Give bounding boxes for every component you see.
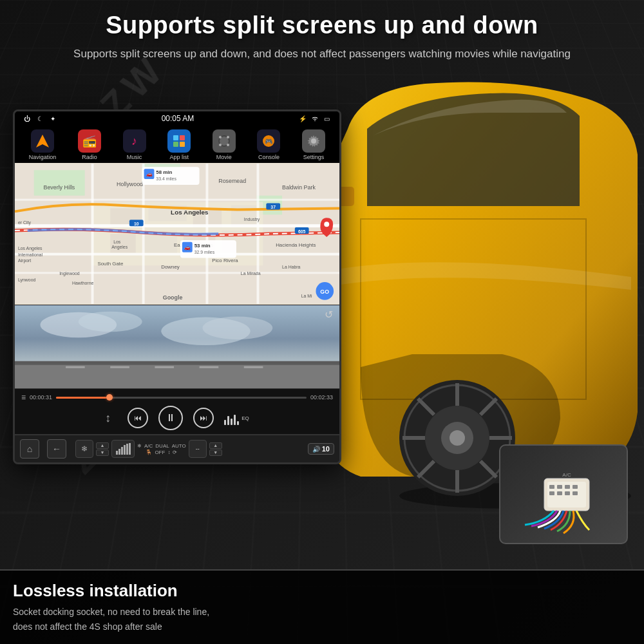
progress-dot[interactable] [106, 394, 113, 401]
svg-marker-26 [36, 135, 49, 147]
svg-rect-117 [116, 451, 118, 455]
status-left: ⏻ ☾ ✦ [23, 114, 57, 123]
svg-text:Rosemead: Rosemead [218, 178, 246, 184]
progress-bar-area: ≡ 00:00:31 00:02:33 [21, 393, 333, 402]
replay-icon[interactable]: ↺ [325, 308, 333, 321]
svg-point-36 [227, 144, 229, 146]
svg-text:Hacienda Heights: Hacienda Heights [276, 242, 316, 248]
app-icon-music[interactable]: ♪ Music [123, 129, 146, 160]
hvac-temp-display: -- [189, 440, 207, 458]
app-icon-applist[interactable]: App list [167, 129, 191, 160]
svg-text:Angeles: Angeles [111, 245, 128, 250]
progress-fill [56, 397, 106, 399]
svg-text:53 min: 53 min [194, 243, 211, 249]
hvac-fan-button[interactable]: ❄ [75, 440, 93, 458]
svg-point-109 [203, 317, 273, 340]
svg-rect-115 [200, 366, 219, 368]
volume-display[interactable]: 🔊 10 [308, 443, 334, 455]
svg-text:33.4 miles: 33.4 miles [156, 176, 176, 181]
svg-text:37: 37 [270, 205, 276, 209]
sub-title: Supports split screens up and down, and … [0, 46, 644, 62]
svg-rect-112 [66, 366, 85, 368]
hvac-fan-level[interactable] [111, 440, 135, 458]
svg-rect-122 [129, 443, 131, 455]
progress-track[interactable] [56, 397, 307, 399]
settings-label: Settings [303, 154, 325, 160]
ac-icon: ❄ [137, 443, 142, 449]
svg-text:La Mi: La Mi [301, 294, 312, 298]
svg-point-104 [324, 222, 329, 227]
svg-text:58 min: 58 min [156, 169, 172, 175]
video-player-area[interactable]: ↺ [15, 305, 339, 388]
svg-rect-113 [110, 366, 129, 368]
svg-text:Beverly Hills: Beverly Hills [43, 184, 75, 191]
player-controls: ≡ 00:00:31 00:02:33 ↕ ⏮ ⏸ ⏭ [15, 388, 339, 434]
svg-text:Inglewood: Inglewood [59, 271, 80, 276]
bottom-text: Socket docking socket, no need to break … [13, 605, 631, 634]
battery-icon: ▭ [323, 114, 332, 123]
svg-text:Industry: Industry [244, 217, 260, 222]
prev-button[interactable]: ⏮ [128, 408, 148, 428]
app-icon-radio[interactable]: 📻 Radio [78, 129, 101, 160]
title-section: Supports split screens up and down Suppo… [0, 0, 644, 62]
device-mockup: ⏻ ☾ ✦ 00:05 AM ⚡ ▭ Navigation [13, 109, 341, 464]
app-icon-settings[interactable]: Settings [302, 129, 325, 160]
volume-icon: 🔊 [312, 446, 320, 453]
app-icons-row[interactable]: Navigation 📻 Radio ♪ Music [15, 126, 339, 163]
auto-label: AUTO [172, 443, 186, 449]
temp-down-right-button[interactable]: ▼ [209, 450, 222, 456]
total-time: 00:02:33 [310, 394, 333, 401]
svg-text:🎮: 🎮 [265, 137, 273, 146]
shuffle-button[interactable]: ↕ [105, 412, 111, 425]
svg-rect-29 [173, 142, 178, 147]
status-time: 00:05 AM [162, 114, 194, 123]
temp-down-button[interactable]: ▼ [96, 450, 109, 456]
svg-text:South Gate: South Gate [97, 261, 124, 267]
svg-text:GO: GO [320, 289, 329, 295]
nav-label: Navigation [29, 154, 57, 160]
svg-text:10: 10 [134, 222, 139, 226]
home-button[interactable]: ⌂ [20, 439, 39, 459]
svg-rect-116 [244, 366, 263, 368]
temp-up-right-button[interactable]: ▲ [209, 442, 222, 449]
svg-text:Hollywood: Hollywood [117, 181, 143, 187]
map-area[interactable]: Beverly Hills Hollywood Rosemead Baldwin… [15, 163, 339, 305]
svg-text:Lynwood: Lynwood [18, 278, 36, 283]
ac-label-group: ❄ A/C DUAL AUTO 🪑 OFF ↕ ⟳ [137, 443, 186, 455]
app-icon-console[interactable]: 🎮 Console [257, 129, 280, 160]
svg-rect-118 [118, 449, 120, 455]
radio-label: Radio [82, 154, 97, 160]
playlist-icon[interactable]: ≡ [21, 393, 26, 402]
next-button[interactable]: ⏭ [193, 408, 214, 428]
off-label: OFF [155, 450, 165, 455]
current-time: 00:00:31 [30, 394, 52, 401]
dual-label: DUAL [155, 443, 169, 449]
pause-button[interactable]: ⏸ [158, 406, 183, 430]
svg-text:er City: er City [18, 220, 32, 225]
back-button[interactable]: ← [47, 439, 66, 459]
wifi-icon [310, 114, 319, 123]
status-bar: ⏻ ☾ ✦ 00:05 AM ⚡ ▭ [15, 111, 339, 126]
svg-rect-55 [15, 253, 339, 256]
app-icon-movie[interactable]: Movie [213, 129, 236, 160]
map-svg: Beverly Hills Hollywood Rosemead Baldwin… [15, 163, 339, 305]
svg-point-35 [219, 144, 222, 146]
hvac-temp-arrows-right: ▲ ▼ [209, 442, 222, 456]
svg-rect-114 [155, 366, 174, 368]
svg-text:🚗: 🚗 [184, 244, 191, 251]
temp-up-button[interactable]: ▲ [96, 442, 109, 449]
app-icon-navigation[interactable]: Navigation [29, 129, 57, 160]
svg-text:Downey: Downey [161, 264, 180, 270]
fan-icon: ❄ [81, 444, 88, 453]
bottom-section: Lossless installation Socket docking soc… [0, 569, 644, 644]
hvac-controls: ⌂ ← ❄ ▲ ▼ [15, 434, 339, 462]
svg-text:Google: Google [163, 294, 183, 301]
eq-button[interactable]: EQ [224, 411, 249, 425]
svg-rect-60 [15, 199, 339, 201]
svg-rect-28 [180, 135, 185, 140]
console-label: Console [258, 154, 279, 160]
applist-label: App list [169, 154, 189, 160]
svg-point-34 [227, 136, 229, 138]
svg-text:605: 605 [298, 229, 306, 234]
movie-label: Movie [216, 154, 232, 160]
